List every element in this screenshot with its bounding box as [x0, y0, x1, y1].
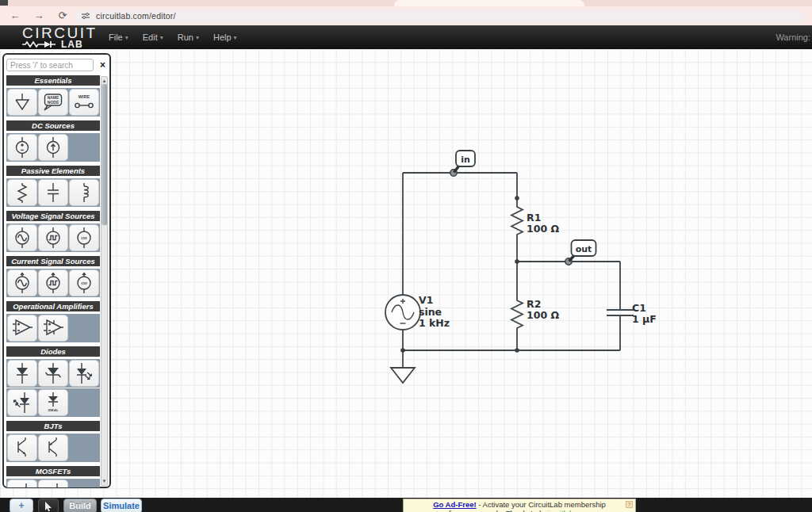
zener-diode-icon: [41, 362, 65, 384]
npn-transistor-icon: [10, 437, 34, 459]
component-pulse-voltage-source[interactable]: [38, 224, 68, 251]
component-csv-current-source[interactable]: csv: [69, 269, 99, 296]
component-pmos-transistor[interactable]: [38, 480, 68, 487]
r1-value-label: 100 Ω: [527, 223, 559, 235]
chevron-down-icon: ▾: [125, 34, 128, 41]
component-photodiode[interactable]: [7, 389, 37, 416]
menu-bar: File▾ Edit▾ Run▾ Help▾: [102, 25, 244, 49]
component-zener-diode[interactable]: [38, 360, 68, 387]
component-resistor[interactable]: [7, 179, 37, 206]
ground-symbol[interactable]: [391, 350, 415, 383]
dc-voltage-source-icon: [10, 136, 34, 159]
junction-dot: [515, 348, 519, 353]
ad-help-icon[interactable]: ?: [626, 501, 633, 508]
component-wire[interactable]: WIRE: [69, 89, 99, 116]
menu-file[interactable]: File▾: [102, 32, 136, 42]
component-pulse-current-source[interactable]: [38, 269, 68, 296]
section-dc-sources: DC Sources: [6, 120, 100, 162]
capacitor-icon: [41, 181, 65, 204]
section-header: Current Signal Sources: [6, 256, 100, 266]
chevron-down-icon: ▾: [160, 34, 163, 41]
ground-icon: [10, 91, 34, 113]
pulse-current-source-icon: [41, 272, 65, 294]
component-v1-source[interactable]: V1 sine 1 kHz: [385, 294, 450, 330]
menu-help[interactable]: Help▾: [206, 32, 244, 42]
add-button[interactable]: +: [10, 499, 33, 512]
simulate-tab[interactable]: Simulate: [101, 499, 142, 512]
chevron-down-icon: ▾: [196, 34, 199, 41]
menu-edit[interactable]: Edit▾: [136, 32, 170, 42]
junction-dot: [400, 348, 405, 353]
scroll-up-icon[interactable]: ▲: [102, 78, 107, 84]
menu-run[interactable]: Run▾: [170, 32, 206, 42]
component-npn-transistor[interactable]: [7, 434, 37, 461]
palette-scrollbar[interactable]: ▲ ▼: [101, 76, 108, 486]
dc-current-source-icon: [41, 136, 65, 159]
component-op-amp-power[interactable]: [38, 315, 68, 342]
url-text: circuitlab.com/editor/: [96, 11, 176, 21]
r2-name-label: R2: [527, 298, 541, 310]
component-r2-resistor[interactable]: R2 100 Ω: [511, 298, 559, 332]
component-sine-current-source[interactable]: [7, 269, 37, 296]
csv-current-source-icon: csv: [72, 272, 96, 294]
reload-icon[interactable]: ⟳: [54, 7, 71, 25]
led-icon: [72, 362, 96, 384]
ad-banner: Go Ad-Free! - Activate your CircuitLab m…: [403, 499, 636, 512]
resistor-icon: [10, 181, 34, 204]
address-bar[interactable]: circuitlab.com/editor/: [75, 10, 806, 23]
component-dc-voltage-source[interactable]: [7, 134, 37, 161]
search-input[interactable]: [6, 59, 94, 71]
section-header: DC Sources: [6, 120, 100, 131]
component-csv-voltage-source[interactable]: csv: [69, 224, 99, 251]
component-name-node[interactable]: NAME NODE: [38, 89, 68, 116]
section-header: Diodes: [6, 346, 100, 357]
v1-freq-label: 1 kHz: [419, 317, 450, 329]
component-capacitor[interactable]: [38, 179, 68, 206]
build-tab[interactable]: Build: [63, 499, 97, 512]
r1-name-label: R1: [527, 212, 541, 224]
go-ad-free-link[interactable]: Go Ad-Free!: [433, 500, 477, 509]
close-icon[interactable]: ×: [100, 60, 105, 70]
cursor-tool-button[interactable]: [38, 499, 59, 512]
scrollbar-thumb[interactable]: [102, 84, 107, 225]
component-nmos-transistor[interactable]: [7, 480, 37, 487]
sine-current-source-icon: [10, 272, 34, 294]
component-palette: × Essentials NAME NODE: [2, 53, 111, 488]
component-sine-voltage-source[interactable]: [7, 224, 37, 251]
c1-name-label: C1: [632, 302, 646, 314]
forward-icon[interactable]: →: [30, 7, 48, 25]
pulse-source-icon: [41, 227, 65, 249]
circuitlab-ad-link[interactable]: circuitlab.com: [544, 509, 590, 512]
csv-source-icon: csv: [72, 227, 96, 249]
scroll-down-icon[interactable]: ▼: [102, 478, 107, 484]
nmos-transistor-icon: [10, 482, 34, 487]
svg-text:csv: csv: [81, 236, 87, 240]
section-header: MOSFETs: [6, 466, 100, 476]
component-pnp-transistor[interactable]: [38, 434, 68, 461]
circuitlab-logo[interactable]: CIRCUIT LAB: [22, 26, 98, 48]
inductor-icon: [72, 181, 96, 204]
component-ideal-diode[interactable]: IDEAL: [38, 389, 68, 416]
site-settings-icon[interactable]: [81, 12, 90, 20]
component-r1-resistor[interactable]: R1 100 Ω: [511, 205, 559, 239]
warning-text: Warning:: [776, 32, 810, 42]
component-led[interactable]: [69, 360, 99, 387]
wire-icon: WIRE: [72, 91, 96, 113]
section-bjts: BJTs: [6, 421, 100, 462]
browser-tab-strip: [0, 0, 812, 6]
r2-value-label: 100 Ω: [527, 309, 559, 321]
back-icon[interactable]: ←: [6, 7, 24, 25]
logo-text-circuit: CIRCUIT: [22, 26, 98, 40]
component-c1-capacitor[interactable]: C1 1 µF: [607, 302, 657, 325]
component-dc-current-source[interactable]: [38, 134, 68, 161]
component-inductor[interactable]: [69, 179, 99, 206]
photodiode-icon: [10, 392, 34, 414]
svg-text:IDEAL: IDEAL: [48, 408, 58, 412]
component-diode[interactable]: [7, 360, 37, 387]
component-op-amp[interactable]: [7, 315, 37, 342]
op-amp-power-icon: [41, 317, 65, 339]
browser-active-tab[interactable]: [394, 0, 584, 6]
section-header: BJTs: [6, 421, 100, 431]
component-ground[interactable]: [7, 89, 37, 116]
svg-text:NODE: NODE: [48, 100, 59, 105]
